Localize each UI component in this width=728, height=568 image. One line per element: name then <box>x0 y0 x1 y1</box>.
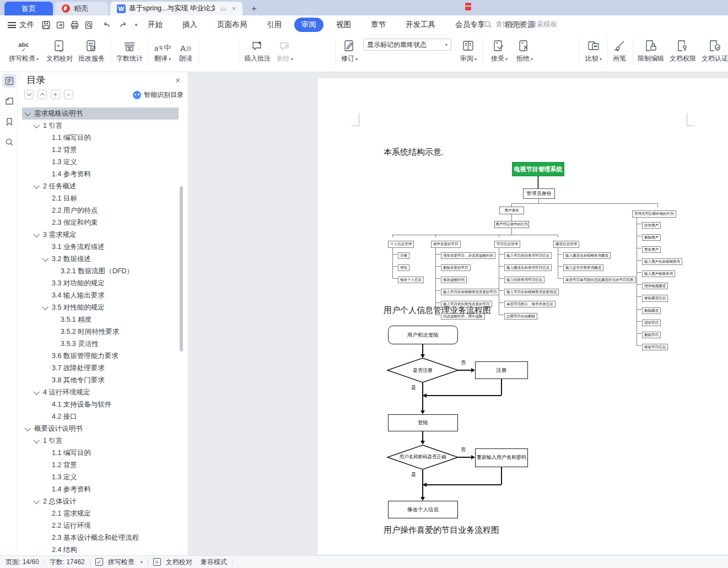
menu-tab-开始[interactable]: 开始 <box>141 18 170 32</box>
toc-item[interactable]: 3.6 数据管理能力要求 <box>22 350 179 362</box>
toc-item[interactable]: 1.1 编写目的 <box>22 447 179 459</box>
zoom-out-outline-button[interactable]: − <box>64 90 73 99</box>
insert-comment-button[interactable]: 插入批注 <box>241 36 273 69</box>
toc-scrollbar[interactable] <box>180 186 183 351</box>
smart-recognize-button[interactable]: 智能识别目录 <box>133 90 184 100</box>
chevron-down-icon[interactable] <box>34 183 40 189</box>
toc-item[interactable]: 3.2 数据描述 <box>22 253 179 265</box>
chevron-down-icon[interactable] <box>34 389 40 395</box>
toc-item[interactable]: 3.4 输人输出要求 <box>22 289 179 301</box>
menu-tab-引用[interactable]: 引用 <box>260 18 289 32</box>
correction-service-button[interactable]: 批改服务 <box>76 36 107 69</box>
chevron-down-icon[interactable] <box>25 425 31 431</box>
toc-item[interactable]: 1 引言 <box>22 435 179 447</box>
save-button[interactable] <box>40 19 52 30</box>
toc-item[interactable]: 2.4 结构 <box>22 544 179 556</box>
document-canvas[interactable]: 本系统结构示意. 电视节目管理系统 管理员身份 用户身份 用户可以操作的行为 个… <box>188 72 728 555</box>
toc-item[interactable]: 3.2.1 数据流图（DFD） <box>22 265 179 277</box>
print-preview-button[interactable] <box>83 19 95 30</box>
tag-icon[interactable] <box>2 94 16 108</box>
toc-item[interactable]: 1.2 背景 <box>22 144 179 156</box>
spell-caret-icon[interactable]: ▾ <box>141 560 143 565</box>
chevron-down-icon[interactable] <box>34 498 40 504</box>
page-indicator[interactable]: 页面: 14/60 <box>6 558 39 567</box>
spell-check-status[interactable]: 拼写检查 <box>108 558 134 567</box>
expand-all-button[interactable] <box>24 90 34 99</box>
menu-tab-审阅[interactable]: 审阅 <box>294 18 323 32</box>
red-packet-icon[interactable] <box>465 3 471 10</box>
toc-item[interactable]: 3.7 故障处理要求 <box>22 362 179 374</box>
search-panel-icon[interactable] <box>2 135 16 149</box>
spell-check-toggle-icon[interactable]: ✓ <box>95 558 103 566</box>
chevron-down-icon[interactable] <box>42 256 48 262</box>
toc-item[interactable]: 4 运行环境规定 <box>22 386 179 398</box>
brush-button[interactable]: 画笔 <box>610 36 629 69</box>
track-changes-button[interactable]: 修订▾ <box>338 36 360 69</box>
toc-item[interactable]: 1.3 定义 <box>22 471 179 483</box>
tab-home[interactable]: 首页 <box>4 2 53 15</box>
doc-proof-toggle-icon[interactable]: × <box>153 558 161 566</box>
close-tab-icon[interactable]: × <box>232 5 236 13</box>
translate-button[interactable]: a⇅中 翻译▾ <box>151 36 174 69</box>
doc-proof-button[interactable]: a- 文档校对 <box>44 36 75 69</box>
toc-item[interactable]: 3 需求规定 <box>22 229 179 241</box>
new-tab-button[interactable]: + <box>248 3 260 15</box>
undo-button[interactable] <box>100 19 112 30</box>
toc-item[interactable]: 2.3 基本设计概念和处理流程 <box>22 532 179 544</box>
chevron-down-icon[interactable] <box>34 437 40 443</box>
print-button[interactable] <box>68 19 80 30</box>
command-search[interactable]: 查找命令、搜索模板 <box>484 20 558 29</box>
toc-item[interactable]: 3.5 对性能的规定 <box>22 301 179 313</box>
menu-tab-开发工具[interactable]: 开发工具 <box>398 18 443 32</box>
review-button[interactable]: 审阅▾ <box>457 36 479 69</box>
zoom-in-outline-button[interactable]: + <box>51 90 60 99</box>
toc-item[interactable]: 1.2 背景 <box>22 459 179 471</box>
toc-item[interactable]: 1.1 编写目的 <box>22 132 179 144</box>
tab-docer[interactable]: 稻壳 <box>55 2 108 15</box>
tab-document[interactable]: W 基于spring...与实现 毕业论文 ▭ × <box>110 2 242 15</box>
toc-close-icon[interactable]: × <box>175 75 180 85</box>
delete-comment-button[interactable]: 删除▾ <box>274 36 295 69</box>
toc-item[interactable]: 3.8 其他专门要求 <box>22 374 179 386</box>
toc-item[interactable]: 2.3 假定和约束 <box>22 217 179 229</box>
word-count-button[interactable]: 字数统计 <box>114 36 145 69</box>
read-aloud-button[interactable]: A))) 朗读 <box>175 36 196 69</box>
toc-item[interactable]: 2.1 目标 <box>22 192 179 204</box>
toc-item[interactable]: 2.2 用户的特点 <box>22 204 179 217</box>
export-button[interactable] <box>54 19 66 30</box>
toc-item[interactable]: 需求规格说明书 <box>22 107 179 120</box>
chevron-down-icon[interactable] <box>34 122 40 128</box>
toc-item[interactable]: 4.2 接口 <box>22 410 179 423</box>
reject-button[interactable]: 拒绝▾ <box>513 36 537 69</box>
toc-item[interactable]: 2.2 运行环境 <box>22 520 179 532</box>
toc-item[interactable]: 1.4 参考资料 <box>22 168 179 180</box>
accept-button[interactable]: 接受▾ <box>487 36 511 69</box>
chevron-down-icon[interactable] <box>25 110 31 116</box>
menu-tab-视图[interactable]: 视图 <box>329 18 358 32</box>
toc-item[interactable]: 1.3 定义 <box>22 156 179 168</box>
toc-item[interactable]: 3.1 业务流程描述 <box>22 241 179 253</box>
toc-item[interactable]: 2 任务概述 <box>22 180 179 192</box>
toc-item[interactable]: 2.1 需求规定 <box>22 507 179 520</box>
spell-check-button[interactable]: abc✓ 拼写检查▾ <box>4 36 43 69</box>
doc-permission-button[interactable]: 文档权限 <box>668 36 698 69</box>
redo-button[interactable] <box>117 19 129 30</box>
toc-item[interactable]: 3.5.1 精度 <box>22 313 179 326</box>
toc-item[interactable]: 2 总体设计 <box>22 495 179 507</box>
menu-tab-插入[interactable]: 插入 <box>175 18 204 32</box>
restrict-edit-button[interactable]: 限制编辑 <box>636 36 666 69</box>
menu-tab-章节[interactable]: 章节 <box>364 18 393 32</box>
bookmark-icon[interactable] <box>2 115 16 128</box>
toc-item[interactable]: 3.3 对功能的规定 <box>22 277 179 289</box>
toc-item[interactable]: 概要设计说明书 <box>22 423 179 435</box>
doc-proof-status[interactable]: 文档校对 <box>166 558 192 567</box>
toc-item[interactable]: 3.5.3 灵活性 <box>22 338 179 350</box>
markup-state-combobox[interactable]: 显示标记的最终状态 ▾ <box>363 39 451 51</box>
file-menu-button[interactable]: 文件 <box>8 19 34 31</box>
chevron-down-icon[interactable] <box>34 231 40 237</box>
doc-verify-button[interactable]: 文档认证 <box>700 36 728 69</box>
collapse-all-button[interactable] <box>37 90 47 99</box>
menu-tab-页面布局[interactable]: 页面布局 <box>210 18 254 32</box>
compare-button[interactable]: 比较▾ <box>582 36 605 69</box>
word-count-indicator[interactable]: 字数: 17462 <box>50 558 85 567</box>
